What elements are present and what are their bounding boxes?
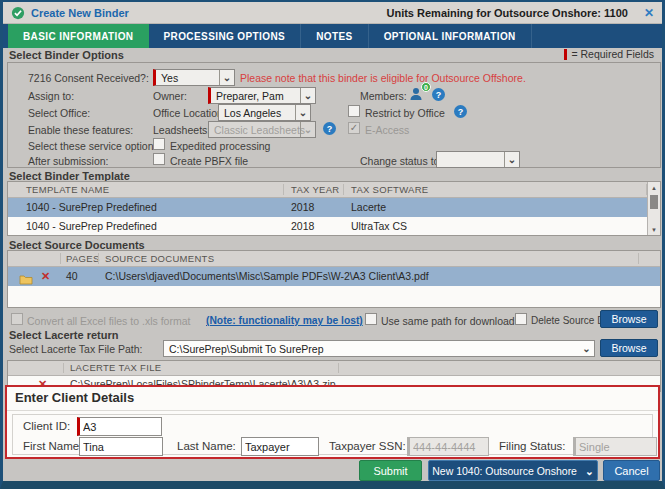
divider: [7, 410, 658, 411]
assign-to-label: Assign to:: [28, 90, 74, 102]
table-row[interactable]: 1040 - SurePrep Predefined 2018 Lacerte: [8, 198, 660, 217]
required-fields-label: = Required Fields: [571, 48, 654, 60]
binder-template-table-header: TEMPLATE NAME TAX YEAR TAX SOFTWARE: [8, 182, 660, 198]
units-remaining-label: Units Remaining for Outsource Onshore: 1…: [386, 7, 627, 19]
taxpayer-ssn-field: [407, 437, 489, 456]
cancel-button[interactable]: Cancel: [603, 460, 660, 481]
same-path-checkbox[interactable]: [365, 313, 377, 325]
client-details-heading: Enter Client Details: [15, 390, 134, 405]
first-name-label: First Name:: [23, 440, 82, 452]
leadsheets-label: Leadsheets:: [153, 124, 210, 136]
lacerte-table-header: LACERTE TAX FILE: [8, 361, 660, 376]
required-marker-icon: [564, 49, 567, 60]
submit-button[interactable]: Submit: [359, 460, 422, 481]
taxpayer-ssn-label: Taxpayer SSN:: [329, 440, 406, 452]
tax-year-cell: 2018: [291, 220, 314, 232]
after-submission-label: After submission:: [28, 155, 109, 167]
create-pbfx-checkbox[interactable]: [153, 153, 165, 165]
scroll-down-icon[interactable]: ▼: [648, 224, 660, 235]
consent-label: 7216 Consent Received?:: [28, 72, 149, 84]
filing-status-label: Filing Status:: [499, 440, 565, 452]
template-name-cell: 1040 - SurePrep Predefined: [26, 201, 157, 213]
col-tax-software: TAX SOFTWARE: [351, 184, 429, 195]
eaccess-checkbox: ✓: [348, 122, 360, 134]
lacerte-heading: Select Lacerte return: [9, 329, 118, 341]
functionality-note-link[interactable]: (Note: functionality may be lost): [206, 315, 363, 326]
required-fields-legend: = Required Fields: [564, 48, 654, 60]
chevron-down-icon: ⌄: [585, 465, 594, 477]
members-person-icon[interactable]: 0: [409, 87, 426, 102]
source-browse-button[interactable]: Browse: [600, 310, 658, 328]
delete-source-docs-checkbox[interactable]: [515, 313, 527, 325]
expedited-processing-checkbox[interactable]: [153, 138, 165, 150]
last-name-field[interactable]: [241, 437, 319, 456]
restrict-by-office-label: Restrict by Office: [365, 107, 445, 119]
owner-value: Preparer, Pam: [216, 90, 284, 102]
owner-dropdown[interactable]: Preparer, Pam ⌄: [208, 87, 316, 104]
members-help-icon[interactable]: ?: [432, 88, 445, 101]
pages-cell: 40: [66, 270, 78, 282]
tab-processing-options[interactable]: PROCESSING OPTIONS: [149, 24, 302, 48]
first-name-field[interactable]: [79, 437, 163, 456]
lacerte-path-dropdown[interactable]: C:\SurePrep\Submit To SurePrep ⌄: [163, 340, 595, 357]
consent-dropdown[interactable]: Yes ⌄: [153, 69, 235, 86]
col-source-documents: SOURCE DOCUMENTS: [105, 253, 214, 264]
client-details-panel: Enter Client Details Client ID: First Na…: [5, 385, 660, 459]
last-name-label: Last Name:: [177, 440, 236, 452]
expedited-processing-label: Expedited processing: [170, 140, 270, 152]
members-label: Members:: [360, 90, 407, 102]
table-row[interactable]: ✕ 40 C:\Users\djaved\Documents\Misc\Samp…: [8, 267, 660, 286]
window-title: Create New Binder: [31, 7, 129, 19]
tax-software-cell: Lacerte: [351, 201, 386, 213]
col-pages: PAGES: [66, 253, 100, 264]
open-folder-icon[interactable]: [19, 271, 33, 289]
convert-excel-checkbox: [11, 313, 23, 325]
chevron-down-icon: ⌄: [295, 105, 310, 120]
close-icon[interactable]: ✕: [644, 6, 654, 20]
leadsheets-value: Classic Leadsheets: [214, 124, 305, 136]
restrict-by-office-help-icon[interactable]: ?: [454, 105, 467, 118]
create-pbfx-label: Create PBFX file: [170, 155, 248, 167]
col-template-name: TEMPLATE NAME: [26, 184, 109, 195]
office-location-value: Los Angeles: [224, 107, 281, 119]
tab-basic-information[interactable]: BASIC INFORMATION: [8, 24, 149, 48]
delete-document-icon[interactable]: ✕: [41, 270, 50, 283]
template-table-scrollbar[interactable]: ▲ ▼: [647, 182, 660, 235]
source-documents-table: PAGES SOURCE DOCUMENTS ✕ 40 C:\Users\dja…: [7, 250, 661, 308]
scroll-up-icon[interactable]: ▲: [648, 182, 660, 193]
tax-software-cell: UltraTax CS: [351, 220, 407, 232]
binder-template-table: TEMPLATE NAME TAX YEAR TAX SOFTWARE 1040…: [7, 181, 661, 236]
tab-notes[interactable]: NOTES: [301, 24, 368, 48]
binder-options-heading: Select Binder Options: [9, 49, 124, 61]
table-row[interactable]: 1040 - SurePrep Predefined 2018 UltraTax…: [8, 217, 660, 236]
client-id-field[interactable]: [77, 417, 162, 436]
new-binder-type-label: New 1040: Outsource Onshore: [432, 465, 577, 477]
select-office-label: Select Office:: [28, 107, 90, 119]
new-binder-type-button[interactable]: New 1040: Outsource Onshore ⌄: [428, 460, 598, 481]
title-bar: Create New Binder Units Remaining for Ou…: [3, 2, 662, 24]
lacerte-path-label: Select Lacerte Tax File Path:: [9, 343, 142, 355]
chevron-down-icon: ⌄: [504, 152, 519, 167]
change-status-dropdown[interactable]: ⌄: [436, 151, 520, 168]
leadsheets-help-icon[interactable]: ?: [323, 122, 336, 135]
scrollbar-thumb[interactable]: [650, 195, 658, 209]
chevron-down-icon: ⌄: [579, 341, 594, 356]
lacerte-browse-button[interactable]: Browse: [600, 339, 658, 357]
office-location-dropdown[interactable]: Los Angeles ⌄: [218, 104, 311, 121]
binder-check-icon: [11, 6, 25, 20]
eaccess-label: E-Access: [365, 124, 409, 136]
tab-bar: BASIC INFORMATION PROCESSING OPTIONS NOT…: [3, 24, 662, 48]
convert-excel-label: Convert all Excel files to .xls format: [27, 315, 190, 327]
restrict-by-office-checkbox[interactable]: [348, 105, 360, 117]
create-new-binder-dialog: Create New Binder Units Remaining for Ou…: [0, 0, 665, 489]
client-id-label: Client ID:: [23, 420, 70, 432]
service-options-label: Select these service options:: [28, 140, 162, 152]
tab-optional-information[interactable]: OPTIONAL INFORMATION: [369, 24, 532, 48]
owner-label: Owner:: [153, 90, 187, 102]
document-path-cell: C:\Users\djaved\Documents\Misc\Sample PD…: [105, 270, 429, 282]
filing-status-field: [573, 437, 657, 456]
enable-features-label: Enable these features:: [28, 124, 133, 136]
template-name-cell: 1040 - SurePrep Predefined: [26, 220, 157, 232]
consent-value: Yes: [161, 72, 178, 84]
check-icon: ✓: [350, 123, 358, 133]
